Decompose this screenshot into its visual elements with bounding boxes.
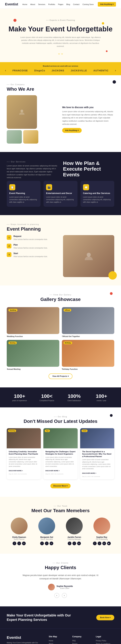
team-in-1[interactable]: in	[22, 542, 26, 545]
testimonials-tag: ── Our Clients	[7, 562, 114, 564]
blog-post-desc-2: Lorem ipsum dolor sit amet consectetur a…	[46, 456, 76, 468]
gallery-caption-3: Annual Meeting	[7, 368, 59, 370]
blog-link-2[interactable]: DISCOVER MORE >	[46, 470, 60, 472]
nav-contact[interactable]: Contact	[73, 3, 80, 5]
brand-1: FRANCOISE	[12, 69, 28, 72]
team-tw-2[interactable]: t	[45, 542, 48, 545]
team-in-2[interactable]: in	[50, 542, 53, 545]
team-tw-4[interactable]: t	[98, 542, 101, 545]
footer-link-home[interactable]: Home	[49, 640, 67, 642]
gallery-item-1: Wedding Wedding Function	[7, 307, 59, 337]
who-image-3	[23, 130, 38, 144]
testimonial-prev[interactable]: ‹	[54, 593, 59, 598]
nav-blog[interactable]: Blog	[66, 3, 70, 5]
who-btn[interactable]: Ask Anything ▾	[62, 128, 82, 133]
blog-card-2: Tips Navigating the Challenges: Expert S…	[43, 428, 78, 479]
who-tag: ── Our Company	[7, 84, 114, 86]
team-tw-1[interactable]: t	[17, 542, 21, 545]
gallery-item-2: Official Official Get Together	[62, 307, 114, 337]
nav-coming-soon[interactable]: Coming Soon	[82, 3, 94, 5]
gallery-badge-4: Birthday	[64, 342, 72, 344]
plan-card-2: 🎬 Entertainment and Decor Lorem ipsum do…	[44, 181, 77, 207]
gallery-img-1: Wedding	[7, 307, 59, 334]
gallery-section: ── View Our Gallery Gallery Showcase Wed…	[0, 286, 121, 388]
author-avatar	[48, 584, 55, 590]
nav-about[interactable]: About	[30, 3, 35, 5]
gallery-caption-4: Birthday Function	[62, 368, 114, 370]
brands-section: Branded services we used with our servic…	[0, 62, 121, 75]
stat-3: 100% Client Satisfaction	[61, 393, 87, 402]
brands-prev[interactable]: ‹	[5, 69, 6, 72]
footer-link-about[interactable]: About	[49, 643, 67, 644]
cta-btn[interactable]: Book Now ▾	[96, 615, 114, 620]
footer-link-privacy[interactable]: Privacy Policy	[96, 640, 114, 642]
nav-cta-button[interactable]: Ask Anything ▾	[98, 2, 116, 6]
blog-section: ── Our Blog Don't Missed Our Latest Upda…	[0, 408, 121, 496]
nav-pages[interactable]: Pages	[58, 3, 63, 5]
blog-img-2: Tips	[43, 428, 78, 448]
team-fb-3[interactable]: f	[68, 542, 72, 545]
author-role: Event Client	[56, 588, 73, 589]
brands-row: ‹ FRANCOISE DiegoCo JACKONS JACKSVILLE A…	[5, 69, 116, 72]
team-tw-3[interactable]: t	[72, 542, 76, 545]
team-avatar-3	[66, 518, 83, 534]
hero-description: Lorem ipsum dolor sit amet consectetur a…	[18, 36, 102, 48]
step-1-desc: Vitse luctuss fariclus seculs consequetu…	[14, 238, 48, 241]
steps-section: ── Steps Involved in planning Event Plan…	[0, 215, 121, 286]
team-role-4: PR & Marketing	[89, 538, 114, 540]
stat-label-4: events / year	[89, 400, 114, 402]
team-role-3: Catering Manager	[62, 538, 87, 540]
footer-link-faq[interactable]: FAQ	[72, 640, 91, 642]
cta-text: Make Your Event Unforgettable with Our E…	[7, 613, 74, 622]
plan-card-desc-2: Lorem ipsum dolor sit amet consectetur a…	[46, 196, 75, 203]
brand-5: AUTHENTIC	[94, 69, 108, 72]
plan-left: ── Our Services Lorem ipsum dolor sit am…	[7, 160, 58, 179]
plan-card-desc-1: Lorem ipsum dolor sit amet consectetur a…	[9, 196, 38, 203]
blog-link-1[interactable]: DISCOVER MORE >	[9, 470, 23, 472]
team-socials-3: f t in	[62, 542, 87, 545]
nav-portfolio[interactable]: Portfolio	[48, 3, 55, 5]
team-section: ── Our Team Meet Our Team Memebers Emily…	[0, 497, 121, 554]
stat-4: 100+ events / year	[89, 393, 114, 402]
hero-yellow-dot	[102, 22, 104, 24]
team-yt-4[interactable]: ▶	[107, 542, 111, 545]
footer-link-terms[interactable]: Terms & Conditions	[96, 643, 114, 644]
blog-link-3[interactable]: DISCOVER MORE >	[82, 472, 96, 474]
blog-btn[interactable]: Discover More ▾	[50, 484, 71, 488]
blog-tag: ── Our Blog	[7, 416, 114, 418]
plan-card-desc-3: Lorem ipsum dolor sit amet consectetur a…	[83, 196, 112, 203]
team-fb-2[interactable]: f	[40, 542, 44, 545]
testimonial-arrows: ‹ ›	[7, 593, 114, 598]
testimonial-next[interactable]: ›	[62, 593, 67, 598]
blog-post-title-3: The Secret Ingredient to a Successful Ev…	[82, 450, 112, 458]
team-in-3[interactable]: in	[77, 542, 81, 545]
team-fb-4[interactable]: f	[93, 542, 97, 545]
blog-post-title-1: Unlocking Creativity: Innovative Event P…	[9, 450, 39, 455]
step-3: 3 Start Vitse luctuss fariclus seculs co…	[7, 252, 58, 258]
team-avatar-1	[11, 518, 28, 534]
gallery-item-4: Birthday Birthday Function	[62, 340, 114, 370]
stat-label-1: years of experience	[7, 400, 32, 402]
blog-post-title-2: Navigating the Challenges: Expert Strate…	[46, 450, 76, 455]
nav-home[interactable]: Home	[22, 3, 27, 5]
plan-layout: ── Our Services Lorem ipsum dolor sit am…	[7, 160, 114, 181]
gallery-btn[interactable]: View All Projects ▾	[48, 374, 72, 379]
team-member-3: Jacklin Farren Catering Manager f t in	[62, 518, 87, 545]
testimonial-author: Sophie Reynolds Event Client	[7, 584, 114, 590]
brands-next[interactable]: ›	[115, 69, 116, 72]
team-role-1: Event Planner	[7, 538, 32, 540]
team-in-4[interactable]: in	[102, 542, 106, 545]
plan-card-title-1: Event Planning	[9, 192, 38, 194]
nav-services[interactable]: Services	[38, 3, 45, 5]
footer-link-pricing[interactable]: Pricing	[72, 643, 91, 644]
step-2-label: Plan	[14, 244, 48, 246]
team-member-2: Benjamin Sol Decor Specialist f t in	[34, 518, 59, 545]
plan-section: ── Our Services Lorem ipsum dolor sit am…	[0, 152, 121, 215]
steps-image	[63, 235, 114, 277]
team-fb-1[interactable]: f	[12, 542, 16, 545]
step-1-label: Request	[14, 235, 48, 238]
who-text: We love to discuss with you Lorem ipsum …	[62, 106, 114, 133]
who-description: Lorem ipsum dolor sit amet consectetur a…	[62, 110, 114, 126]
who-image-2	[7, 130, 22, 144]
hero-section: ── Experts in Event Planning Make Your E…	[0, 9, 121, 62]
